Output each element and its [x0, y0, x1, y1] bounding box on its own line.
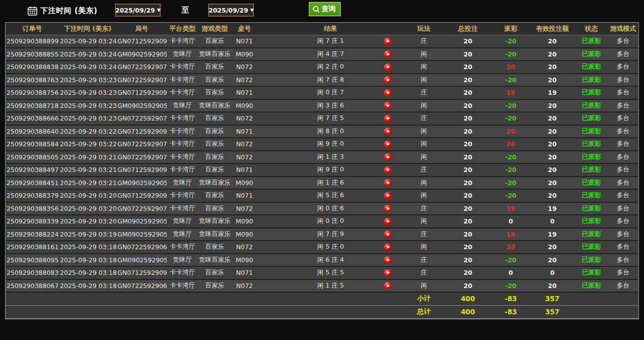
cell-result: 闲 9 庄 0	[257, 138, 404, 151]
cell-platform: 卡卡湾厅	[167, 125, 198, 138]
cell-platform: 卡卡湾厅	[167, 202, 198, 215]
cell-bet-side: 庄	[404, 35, 444, 48]
cell-payout: -20	[492, 48, 530, 61]
replay-play-icon[interactable]	[384, 256, 392, 264]
cell-game-type: 百家乐	[198, 189, 231, 202]
cell-payout: 20	[492, 125, 530, 138]
replay-play-icon[interactable]	[384, 166, 392, 174]
result-text: 闲 0 庄 0	[317, 217, 344, 224]
replay-play-icon[interactable]	[384, 50, 392, 58]
cell-bet-side: 闲	[404, 189, 444, 202]
cell-order-id: 250929038889997	[6, 35, 59, 48]
result-text: 闲 7 庄 1	[317, 37, 344, 44]
cell-valid-bet: 19	[530, 228, 575, 241]
cell-game-type: 百家乐	[198, 74, 231, 87]
cell-game-type: 百家乐	[198, 35, 231, 48]
cell-valid-bet: 20	[530, 138, 575, 151]
replay-play-icon[interactable]	[384, 282, 392, 290]
cell-platform: 卡卡湾厅	[167, 86, 198, 99]
cell-total-bet: 20	[444, 86, 492, 99]
cell-status: 已派彩	[575, 177, 608, 190]
cell-status: 已派彩	[575, 202, 608, 215]
calendar-icon	[27, 6, 38, 16]
cell-status: 已派彩	[575, 254, 608, 267]
cell-bet-side: 闲	[404, 61, 444, 74]
cell-game-mode: 多台	[608, 228, 638, 241]
replay-play-icon[interactable]	[384, 89, 392, 96]
replay-play-icon[interactable]	[384, 153, 392, 161]
table-body: 250929038889997 2025-09-29 03:24:51 GN07…	[6, 35, 638, 292]
date-to-select[interactable]: 2025/09/29 ▼	[208, 4, 254, 17]
result-text: 闲 1 庄 5	[317, 281, 344, 289]
column-header-table-no: 桌号	[231, 23, 257, 35]
cell-payout: -20	[492, 74, 530, 87]
cell-bet-side: 庄	[404, 112, 444, 125]
cell-round-id: GN0712592909L	[116, 189, 167, 202]
cell-valid-bet: 20	[530, 279, 575, 293]
cell-bet-time: 2025-09-29 03:18:27	[59, 254, 116, 267]
cell-bet-time: 2025-09-29 03:21:46	[59, 151, 116, 164]
cell-result: 闲 3 庄 6	[257, 99, 404, 112]
total-label: 总计	[404, 305, 444, 318]
replay-play-icon[interactable]	[384, 128, 392, 135]
cell-platform: 卡卡湾厅	[167, 151, 198, 164]
table-row: 250929038822485 2025-09-29 03:19:32 GM09…	[6, 228, 638, 241]
replay-play-icon[interactable]	[384, 115, 392, 122]
subtotal-label: 小计	[404, 292, 444, 305]
table-row: 250929038835690 2025-09-29 03:20:33 GN07…	[6, 202, 638, 215]
cell-platform: 卡卡湾厅	[167, 163, 198, 177]
cell-status: 已派彩	[575, 241, 608, 254]
cell-table-no: M090	[231, 215, 257, 228]
replay-play-icon[interactable]	[384, 140, 392, 148]
cell-status: 已派彩	[575, 48, 608, 61]
cell-bet-time: 2025-09-29 03:23:48	[59, 74, 116, 87]
table-row: 250929038806768 2025-09-29 03:18:12 GN07…	[6, 279, 638, 293]
result-text: 闲 8 庄 0	[317, 127, 344, 135]
cell-game-mode: 多台	[608, 35, 638, 48]
cell-game-type: 竞咪百家乐	[198, 177, 231, 190]
replay-play-icon[interactable]	[384, 37, 392, 45]
cell-status: 已派彩	[575, 112, 608, 125]
cell-order-id: 250929038876396	[6, 74, 59, 87]
cell-platform: 竞咪厅	[167, 99, 198, 112]
replay-play-icon[interactable]	[384, 76, 392, 84]
replay-play-icon[interactable]	[384, 243, 392, 251]
replay-play-icon[interactable]	[384, 63, 392, 71]
cell-bet-time: 2025-09-29 03:24:30	[59, 48, 116, 61]
cell-bet-side: 闲	[404, 99, 444, 112]
cell-table-no: M090	[231, 228, 257, 241]
cell-round-id: GN0712592909T	[116, 35, 167, 48]
replay-play-icon[interactable]	[384, 217, 392, 225]
cell-valid-bet: 20	[530, 125, 575, 138]
date-from-select[interactable]: 2025/09/29 ▼	[115, 4, 161, 17]
cell-round-id: GM0902592905O	[116, 254, 167, 267]
replay-play-icon[interactable]	[384, 102, 392, 109]
cell-game-type: 竞咪百家乐	[198, 254, 231, 267]
replay-play-icon[interactable]	[384, 269, 392, 276]
cell-table-no: M090	[231, 177, 257, 190]
subtotal-row: 小计 400 -83 357	[6, 292, 638, 305]
cell-payout: -20	[492, 177, 530, 190]
cell-payout: -20	[492, 279, 530, 293]
cell-game-mode: 多台	[608, 215, 638, 228]
cell-game-mode: 多台	[608, 202, 638, 215]
replay-play-icon[interactable]	[384, 205, 392, 212]
cell-platform: 卡卡湾厅	[167, 74, 198, 87]
cell-bet-time: 2025-09-29 03:20:46	[59, 189, 116, 202]
cell-game-mode: 多台	[608, 138, 638, 151]
replay-play-icon[interactable]	[384, 192, 392, 199]
column-header-round-id: 局号	[116, 23, 167, 35]
cell-bet-side: 庄	[404, 163, 444, 177]
cell-order-id: 250929038837902	[6, 189, 59, 202]
cell-total-bet: 20	[444, 48, 492, 61]
cell-total-bet: 20	[444, 74, 492, 87]
cell-round-id: GN0712592909P	[116, 125, 167, 138]
cell-table-no: N072	[231, 241, 257, 254]
cell-result: 闲 1 庄 3	[257, 151, 404, 164]
cell-order-id: 250929038833990	[6, 215, 59, 228]
cell-valid-bet: 0	[530, 215, 575, 228]
replay-play-icon[interactable]	[384, 179, 392, 187]
replay-play-icon[interactable]	[384, 231, 392, 238]
cell-bet-time: 2025-09-29 03:23:27	[59, 99, 116, 112]
query-button[interactable]: 查询	[309, 2, 341, 16]
